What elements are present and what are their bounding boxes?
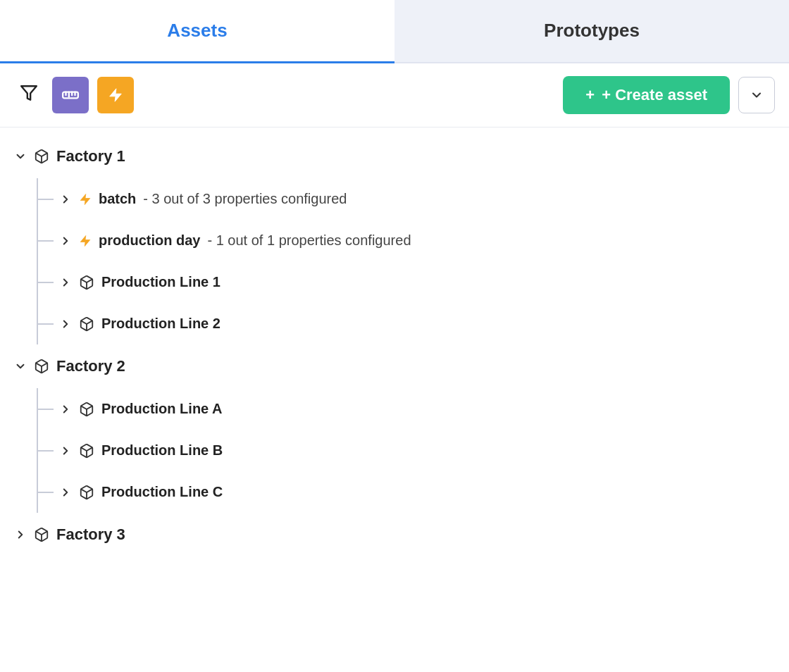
chevron-right-icon <box>59 235 72 247</box>
tree-horizontal-line <box>37 409 54 410</box>
child-desc: - 1 out of 1 properties configured <box>207 232 411 249</box>
tab-prototypes[interactable]: Prototypes <box>394 0 789 62</box>
chevron-down-icon <box>750 88 764 102</box>
child-name: Production Line 1 <box>101 274 220 290</box>
chevron-right-icon <box>59 486 72 499</box>
child-icon <box>79 192 92 207</box>
box-icon <box>79 485 94 500</box>
create-asset-label: + Create asset <box>602 86 707 104</box>
chevron-down-icon <box>14 360 27 373</box>
child-item-1-0[interactable]: Production Line A <box>37 388 789 430</box>
svg-marker-9 <box>80 235 90 246</box>
bolt-toolbar-button[interactable] <box>97 77 134 113</box>
filter-button[interactable] <box>14 81 44 109</box>
child-name: Production Line 2 <box>101 316 220 332</box>
tree-horizontal-line <box>37 450 54 452</box>
chevron-right-icon <box>14 528 27 541</box>
chevron-right-icon <box>59 444 72 457</box>
filter-icon <box>20 84 38 102</box>
toolbar: + + Create asset <box>0 63 789 127</box>
child-chevron-right <box>59 403 72 416</box>
child-item-0-2[interactable]: Production Line 1 <box>37 261 789 303</box>
box-icon <box>79 275 94 290</box>
box-icon <box>34 149 49 164</box>
tab-prototypes-label: Prototypes <box>544 20 640 41</box>
box-icon <box>79 316 94 332</box>
child-item-0-3[interactable]: Production Line 2 <box>37 303 789 344</box>
child-chevron-right <box>59 444 72 457</box>
child-item-0-0[interactable]: batch - 3 out of 3 properties configured <box>37 178 789 220</box>
child-desc: - 3 out of 3 properties configured <box>143 191 347 207</box>
ruler-icon <box>61 86 80 104</box>
child-name: Production Line C <box>101 484 223 500</box>
bolt-icon <box>79 233 92 249</box>
factory-name: Factory 1 <box>56 147 125 166</box>
box-icon <box>79 402 94 417</box>
tab-bar: Assets Prototypes <box>0 0 789 63</box>
tab-assets[interactable]: Assets <box>0 0 394 63</box>
bolt-icon <box>79 192 92 207</box>
factory-row-2[interactable]: Factory 3 <box>0 513 789 556</box>
child-item-1-1[interactable]: Production Line B <box>37 430 789 471</box>
tree-horizontal-line <box>37 492 54 493</box>
create-asset-button[interactable]: + + Create asset <box>563 76 730 114</box>
box-icon <box>79 443 94 459</box>
child-item-0-1[interactable]: production day - 1 out of 1 properties c… <box>37 220 789 261</box>
svg-marker-6 <box>110 89 122 101</box>
factory-children-1: Production Line A Production Line B Prod… <box>37 388 789 513</box>
child-name: batch <box>99 191 136 207</box>
child-icon <box>79 233 92 249</box>
asset-tree: Factory 1 batch - 3 out of 3 properties … <box>0 127 789 564</box>
chevron-right-icon <box>59 276 72 289</box>
factory-chevron <box>14 150 27 163</box>
create-asset-plus: + <box>585 86 595 104</box>
tree-horizontal-line <box>37 199 54 200</box>
box-icon <box>34 359 49 374</box>
child-item-1-2[interactable]: Production Line C <box>37 471 789 513</box>
factory-row-0[interactable]: Factory 1 <box>0 135 789 178</box>
chevron-right-icon <box>59 318 72 330</box>
tree-horizontal-line <box>37 323 54 325</box>
child-chevron-right <box>59 193 72 206</box>
child-chevron-right <box>59 235 72 247</box>
factory-chevron <box>14 528 27 541</box>
factory-name: Factory 3 <box>56 525 125 544</box>
factory-box-icon <box>34 149 49 164</box>
create-asset-dropdown-button[interactable] <box>738 77 775 113</box>
child-chevron-right <box>59 276 72 289</box>
child-icon <box>79 275 94 290</box>
factory-children-0: batch - 3 out of 3 properties configured… <box>37 178 789 344</box>
child-name: production day <box>99 232 200 249</box>
tab-assets-label: Assets <box>167 20 227 41</box>
factory-name: Factory 2 <box>56 357 125 375</box>
bolt-toolbar-icon <box>108 86 123 104</box>
tree-horizontal-line <box>37 282 54 283</box>
factory-box-icon <box>34 527 49 542</box>
child-name: Production Line B <box>101 442 223 459</box>
factory-row-1[interactable]: Factory 2 <box>0 344 789 388</box>
child-icon <box>79 485 94 500</box>
chevron-right-icon <box>59 193 72 206</box>
tree-horizontal-line <box>37 240 54 242</box>
chevron-right-icon <box>59 403 72 416</box>
box-icon <box>34 527 49 542</box>
child-icon <box>79 443 94 459</box>
svg-marker-8 <box>80 194 90 204</box>
chevron-down-icon <box>14 150 27 163</box>
factory-box-icon <box>34 359 49 374</box>
child-name: Production Line A <box>101 401 222 417</box>
ruler-button[interactable] <box>52 77 89 113</box>
svg-marker-0 <box>21 86 37 100</box>
child-icon <box>79 316 94 332</box>
child-chevron-right <box>59 486 72 499</box>
child-icon <box>79 402 94 417</box>
child-chevron-right <box>59 318 72 330</box>
factory-chevron <box>14 360 27 373</box>
